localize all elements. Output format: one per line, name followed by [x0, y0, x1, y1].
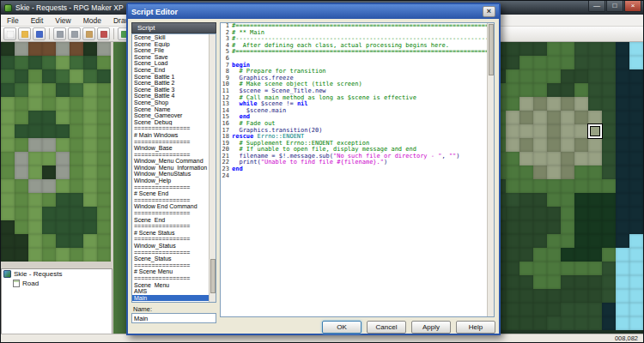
palette-tile[interactable]: [28, 111, 42, 124]
map-tile[interactable]: [629, 289, 643, 303]
script-item[interactable]: # Scene Menu: [132, 268, 210, 275]
map-tile[interactable]: [561, 248, 574, 262]
map-tile[interactable]: [506, 179, 519, 193]
map-tile[interactable]: [506, 248, 519, 262]
palette-tile[interactable]: [83, 220, 97, 234]
map-tile[interactable]: [588, 289, 602, 303]
map-tile[interactable]: [588, 56, 602, 69]
map-tile[interactable]: [602, 303, 616, 316]
map-tile[interactable]: [616, 179, 629, 193]
map-tile[interactable]: [616, 316, 629, 330]
map-tile[interactable]: [602, 165, 616, 179]
palette-tile[interactable]: [1, 83, 15, 97]
palette-tile[interactable]: [15, 124, 28, 138]
map-tile[interactable]: [561, 42, 574, 56]
map-tile[interactable]: [574, 69, 588, 83]
palette-tile[interactable]: [97, 83, 111, 97]
map-tile[interactable]: [547, 83, 561, 97]
map-tile[interactable]: [602, 262, 616, 275]
map-tile[interactable]: [533, 207, 547, 220]
map-tile[interactable]: [519, 262, 533, 275]
palette-tile[interactable]: [56, 234, 70, 248]
palette-tile[interactable]: [15, 69, 28, 83]
map-tile[interactable]: [547, 97, 561, 111]
map-tile[interactable]: [602, 289, 616, 303]
map-tile[interactable]: [547, 234, 561, 248]
script-item[interactable]: Window_Menu Command: [132, 158, 210, 165]
map-tile[interactable]: [574, 234, 588, 248]
map-tile[interactable]: [506, 152, 519, 165]
map-tile[interactable]: [547, 179, 561, 193]
palette-tile[interactable]: [28, 165, 42, 179]
palette-tile[interactable]: [56, 69, 70, 83]
map-tile[interactable]: [561, 316, 574, 330]
map-tile[interactable]: [616, 111, 629, 124]
palette-tile[interactable]: [56, 56, 70, 69]
map-tile[interactable]: [519, 193, 533, 207]
map-tile[interactable]: [506, 207, 519, 220]
script-item[interactable]: Scene_Name: [132, 106, 210, 113]
map-tile[interactable]: [629, 56, 643, 69]
script-item[interactable]: Scene_Status: [132, 256, 210, 262]
map-tile[interactable]: [547, 207, 561, 220]
map-tile[interactable]: [519, 220, 533, 234]
palette-tile[interactable]: [15, 152, 28, 165]
map-tile[interactable]: [533, 193, 547, 207]
palette-tile[interactable]: [83, 165, 97, 179]
palette-tile[interactable]: [56, 124, 70, 138]
palette-tile[interactable]: [83, 97, 97, 111]
map-tile[interactable]: [574, 220, 588, 234]
map-tile[interactable]: [533, 42, 547, 56]
palette-tile[interactable]: [97, 207, 111, 220]
map-tile[interactable]: [519, 248, 533, 262]
map-tile[interactable]: [519, 275, 533, 289]
map-tile[interactable]: [588, 69, 602, 83]
palette-tile[interactable]: [97, 234, 111, 248]
script-item[interactable]: # Scene Status: [132, 230, 210, 237]
script-item[interactable]: Scene_Save: [132, 54, 210, 61]
map-tile[interactable]: [588, 262, 602, 275]
map-tile[interactable]: [561, 152, 574, 165]
map-tile[interactable]: [533, 138, 547, 152]
palette-tile[interactable]: [1, 234, 15, 248]
map-tile[interactable]: [629, 42, 643, 56]
script-item[interactable]: Scene_Battle 4: [132, 93, 210, 99]
palette-tile[interactable]: [1, 42, 15, 56]
map-tile[interactable]: [616, 262, 629, 275]
map-tile[interactable]: [602, 152, 616, 165]
map-tile[interactable]: [533, 69, 547, 83]
palette-tile[interactable]: [28, 152, 42, 165]
new-project-icon[interactable]: [3, 27, 16, 40]
map-tile[interactable]: [602, 275, 616, 289]
map-tile[interactable]: [602, 179, 616, 193]
map-tile[interactable]: [519, 234, 533, 248]
script-item[interactable]: Window End Command: [132, 203, 210, 210]
palette-tile[interactable]: [28, 42, 42, 56]
map-tile[interactable]: [616, 69, 629, 83]
map-tile[interactable]: [519, 111, 533, 124]
map-tile[interactable]: [616, 56, 629, 69]
map-tile[interactable]: [629, 179, 643, 193]
palette-tile[interactable]: [56, 138, 70, 152]
menu-view[interactable]: View: [49, 15, 76, 26]
copy-icon[interactable]: [68, 27, 81, 40]
menu-edit[interactable]: Edit: [25, 15, 50, 26]
palette-tile[interactable]: [70, 138, 83, 152]
map-tile[interactable]: [629, 193, 643, 207]
map-tile[interactable]: [547, 69, 561, 83]
palette-tile[interactable]: [83, 124, 97, 138]
map-tile[interactable]: [574, 248, 588, 262]
palette-tile[interactable]: [83, 179, 97, 193]
dialog-close-button[interactable]: ×: [483, 6, 495, 17]
map-tile[interactable]: [629, 97, 643, 111]
map-tile[interactable]: [629, 275, 643, 289]
palette-tile[interactable]: [42, 152, 56, 165]
palette-tile[interactable]: [83, 111, 97, 124]
map-tile[interactable]: [574, 193, 588, 207]
script-item[interactable]: Scene_Menu: [132, 282, 210, 289]
map-tile[interactable]: [574, 303, 588, 316]
script-item[interactable]: ================: [132, 184, 210, 191]
script-item[interactable]: Main: [132, 295, 210, 302]
map-tile[interactable]: [616, 234, 629, 248]
script-item[interactable]: Window_Status: [132, 243, 210, 250]
